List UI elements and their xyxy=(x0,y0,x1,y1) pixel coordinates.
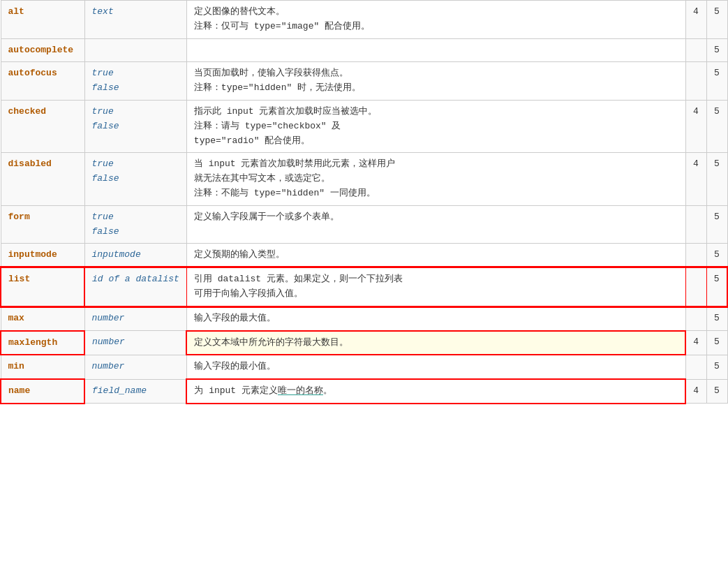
html4-badge xyxy=(685,244,706,267)
attr-name: max xyxy=(1,307,84,331)
html4-badge xyxy=(685,267,706,307)
attr-name: inputmode xyxy=(1,244,84,267)
table-row: minnumber输入字段的最小值。5 xyxy=(1,355,727,379)
attr-description: 为 input 元素定义唯一的名称。 xyxy=(186,379,685,404)
attr-name: form xyxy=(1,205,84,244)
html5-badge: 5 xyxy=(706,267,727,307)
html5-badge: 5 xyxy=(706,244,727,267)
attr-description: 输入字段的最小值。 xyxy=(186,355,685,379)
attribute-table: alttext定义图像的替代文本。 注释：仅可与 type="image" 配合… xyxy=(0,0,728,404)
table-row: disabledtrue false当 input 元素首次加载时禁用此元素，这… xyxy=(1,153,727,205)
html5-badge: 5 xyxy=(706,331,727,355)
table-row: autofocustrue false当页面加载时，使输入字段获得焦点。 注释：… xyxy=(1,62,727,101)
html4-badge xyxy=(685,355,706,379)
attr-value: text xyxy=(84,1,186,39)
html5-badge: 5 xyxy=(706,355,727,379)
attr-value: true false xyxy=(84,205,186,244)
attr-name: name xyxy=(1,379,84,404)
attr-value: true false xyxy=(84,153,186,205)
attr-value: id of a datalist xyxy=(84,267,186,307)
attr-description: 引用 datalist 元素。如果定义，则一个下拉列表 可用于向输入字段插入值。 xyxy=(186,267,685,307)
attr-value: field_name xyxy=(84,379,186,404)
attr-description: 定义文本域中所允许的字符最大数目。 xyxy=(186,331,685,355)
attr-value xyxy=(84,38,186,62)
html5-badge: 5 xyxy=(706,307,727,331)
table-row: checkedtrue false指示此 input 元素首次加载时应当被选中。… xyxy=(1,100,727,152)
attr-value: number xyxy=(84,307,186,331)
table-row: namefield_name为 input 元素定义唯一的名称。45 xyxy=(1,379,727,404)
html4-badge: 4 xyxy=(685,331,706,355)
html5-badge: 5 xyxy=(706,1,727,39)
attr-name: checked xyxy=(1,100,84,152)
attr-name: disabled xyxy=(1,153,84,205)
html5-badge: 5 xyxy=(706,205,727,244)
table-row: maxnumber输入字段的最大值。5 xyxy=(1,307,727,331)
attr-description: 当 input 元素首次加载时禁用此元素，这样用户 就无法在其中写文本，或选定它… xyxy=(186,153,685,205)
attr-description: 指示此 input 元素首次加载时应当被选中。 注释：请与 type="chec… xyxy=(186,100,685,152)
html5-badge: 5 xyxy=(706,100,727,152)
attr-name: maxlength xyxy=(1,331,84,355)
attr-description: 定义预期的输入类型。 xyxy=(186,244,685,267)
html4-badge xyxy=(685,307,706,331)
html4-badge: 4 xyxy=(685,100,706,152)
table-row: listid of a datalist引用 datalist 元素。如果定义，… xyxy=(1,267,727,307)
attr-value: number xyxy=(84,355,186,379)
html5-badge: 5 xyxy=(706,379,727,404)
attr-description xyxy=(186,38,685,62)
html4-badge xyxy=(685,205,706,244)
attr-value: true false xyxy=(84,62,186,101)
html5-badge: 5 xyxy=(706,38,727,62)
attr-description: 定义图像的替代文本。 注释：仅可与 type="image" 配合使用。 xyxy=(186,1,685,39)
html5-badge: 5 xyxy=(706,62,727,101)
attr-name: autocomplete xyxy=(1,38,84,62)
attr-name: list xyxy=(1,267,84,307)
table-row: autocomplete5 xyxy=(1,38,727,62)
html4-badge xyxy=(685,38,706,62)
attr-value: true false xyxy=(84,100,186,152)
attr-name: autofocus xyxy=(1,62,84,101)
attr-description: 定义输入字段属于一个或多个表单。 xyxy=(186,205,685,244)
attr-name: alt xyxy=(1,1,84,39)
attr-description: 输入字段的最大值。 xyxy=(186,307,685,331)
attr-description: 当页面加载时，使输入字段获得焦点。 注释：type="hidden" 时，无法使… xyxy=(186,62,685,101)
html5-badge: 5 xyxy=(706,153,727,205)
table-row: inputmodeinputmode定义预期的输入类型。5 xyxy=(1,244,727,267)
html4-badge xyxy=(685,62,706,101)
attr-value: number xyxy=(84,331,186,355)
html4-badge: 4 xyxy=(685,379,706,404)
html4-badge: 4 xyxy=(685,1,706,39)
html4-badge: 4 xyxy=(685,153,706,205)
attr-name: min xyxy=(1,355,84,379)
table-row: formtrue false定义输入字段属于一个或多个表单。5 xyxy=(1,205,727,244)
table-row: alttext定义图像的替代文本。 注释：仅可与 type="image" 配合… xyxy=(1,1,727,39)
attr-value: inputmode xyxy=(84,244,186,267)
table-row: maxlengthnumber定义文本域中所允许的字符最大数目。45 xyxy=(1,331,727,355)
